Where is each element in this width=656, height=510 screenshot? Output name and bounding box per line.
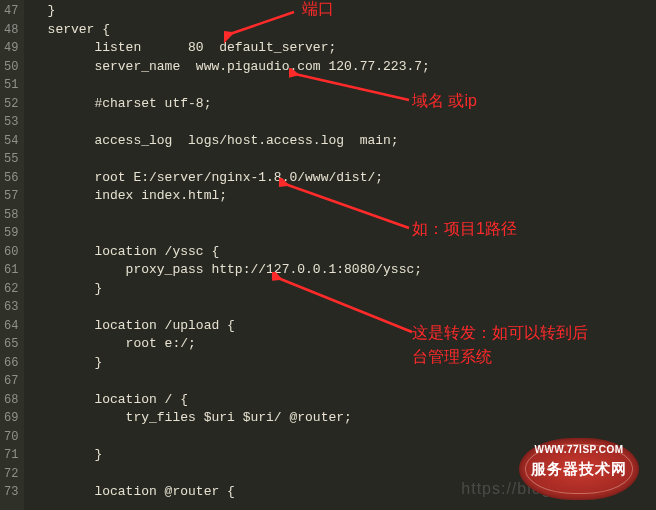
line-number: 60 [4,243,18,262]
line-number: 56 [4,169,18,188]
line-number: 73 [4,483,18,502]
code-line[interactable] [32,428,656,447]
code-line[interactable]: server_name www.pigaudio.com 120.77.223.… [32,58,656,77]
code-editor[interactable]: 4748495051525354555657585960616263646566… [0,0,656,510]
line-number: 70 [4,428,18,447]
code-line[interactable]: root e:/; [32,335,656,354]
line-number: 64 [4,317,18,336]
code-line[interactable]: proxy_pass http://127.0.0.1:8080/yssc; [32,261,656,280]
line-number: 54 [4,132,18,151]
line-number: 53 [4,113,18,132]
code-line[interactable] [32,76,656,95]
line-number: 65 [4,335,18,354]
line-number: 58 [4,206,18,225]
line-number: 61 [4,261,18,280]
line-number: 47 [4,2,18,21]
code-line[interactable] [32,298,656,317]
code-line[interactable]: } [32,354,656,373]
line-number: 68 [4,391,18,410]
line-number: 50 [4,58,18,77]
line-number: 72 [4,465,18,484]
line-number: 69 [4,409,18,428]
line-number: 57 [4,187,18,206]
code-line[interactable] [32,150,656,169]
code-line[interactable]: } [32,446,656,465]
watermark-url: https://blog.c [461,480,566,498]
line-number: 67 [4,372,18,391]
line-number: 51 [4,76,18,95]
line-number: 52 [4,95,18,114]
code-line[interactable] [32,372,656,391]
line-number: 59 [4,224,18,243]
line-number: 62 [4,280,18,299]
line-number: 48 [4,21,18,40]
code-line[interactable]: location /upload { [32,317,656,336]
code-line[interactable]: try_files $uri $uri/ @router; [32,409,656,428]
code-line[interactable]: listen 80 default_server; [32,39,656,58]
code-line[interactable] [32,206,656,225]
line-number: 63 [4,298,18,317]
line-number: 55 [4,150,18,169]
line-number: 66 [4,354,18,373]
code-line[interactable]: #charset utf-8; [32,95,656,114]
code-line[interactable]: root E:/server/nginx-1.8.0/www/dist/; [32,169,656,188]
code-line[interactable]: server { [32,21,656,40]
code-line[interactable]: } [32,2,656,21]
code-line[interactable] [32,113,656,132]
code-line[interactable]: index index.html; [32,187,656,206]
line-number: 71 [4,446,18,465]
line-number: 49 [4,39,18,58]
code-area[interactable]: } server { listen 80 default_server; ser… [24,0,656,510]
line-number-gutter: 4748495051525354555657585960616263646566… [0,0,24,510]
code-line[interactable]: location /yssc { [32,243,656,262]
code-line[interactable] [32,224,656,243]
code-line[interactable]: } [32,280,656,299]
code-line[interactable]: access_log logs/host.access.log main; [32,132,656,151]
code-line[interactable]: location / { [32,391,656,410]
